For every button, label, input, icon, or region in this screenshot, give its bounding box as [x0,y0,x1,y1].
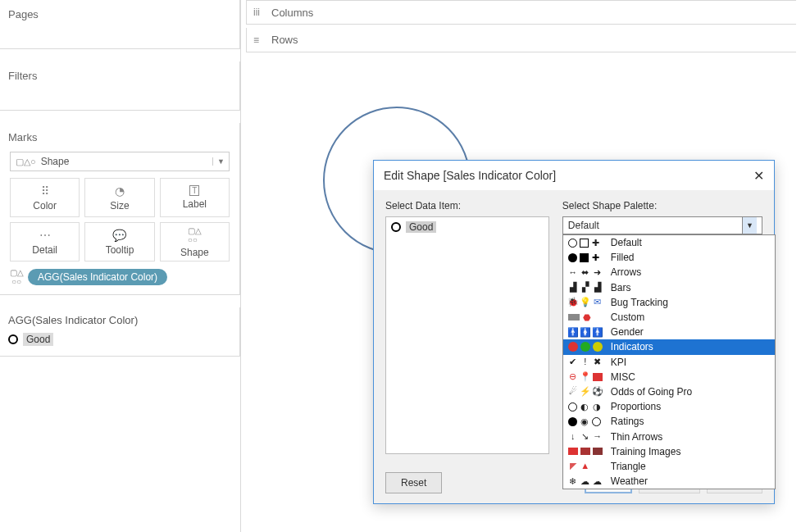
shape-label: Shape [180,247,209,258]
chevron-down-icon[interactable]: ▼ [742,217,757,234]
dialog-titlebar: Edit Shape [Sales Indicator Color] ✕ [374,161,774,190]
reset-button[interactable]: Reset [385,472,442,493]
palette-option[interactable]: ↔⬌➜Arrows [563,265,775,280]
palette-icon-preview [568,253,604,262]
palette-icon-preview: 🚹🚺🚹 [568,327,604,337]
tooltip-icon: 💬 [112,229,126,242]
palette-option[interactable]: ❄☁☁Weather [563,474,775,489]
chevron-down-icon[interactable]: ▼ [212,157,229,166]
rows-icon: ≡ [253,34,265,46]
palette-option[interactable]: ⊖📍MISC [563,370,775,384]
palette-option-label: Weather [611,475,648,487]
rows-shelf[interactable]: ≡ Rows [246,28,796,52]
select-data-item-label: Select Data Item: [385,200,549,211]
palette-icon-preview: ◐◑ [568,402,604,412]
palette-icon-preview: ◉ [568,416,604,426]
palette-option[interactable]: Filled [563,250,775,265]
legend-item-label: Good [23,333,53,346]
palette-icon-preview: 🐞💡✉ [568,298,604,307]
label-button[interactable]: T Label [160,178,230,217]
palette-icon-preview: ⊖📍 [568,372,604,382]
palette-option-label: KPI [611,357,626,368]
mark-type-value: Shape [41,156,70,167]
palette-option[interactable]: ◤▲Triangle [563,459,775,474]
shape-button-icon: ▢△○○ [188,226,202,244]
close-icon[interactable]: ✕ [753,168,764,184]
columns-shelf[interactable]: iii Columns [246,0,796,25]
filters-card: Filters [0,61,240,111]
shape-shelf-pill[interactable]: AGG(Sales Indicator Color) [28,269,167,285]
palette-option-label: Proportions [611,401,661,412]
palette-option-label: Bug Tracking [611,297,668,308]
label-label: Label [183,198,207,210]
palette-option[interactable]: ◉Ratings [563,414,775,429]
palette-option[interactable]: ↓↘→Thin Arrows [563,429,775,443]
tooltip-button[interactable]: 💬 Tooltip [84,222,154,261]
detail-label: Detail [32,244,57,256]
palette-option-label: Thin Arrows [611,431,662,443]
palette-option-label: Odds of Going Pro [611,386,692,398]
detail-button[interactable]: ⋯ Detail [10,222,80,261]
filters-title: Filters [8,66,231,85]
circle-icon [8,334,18,344]
data-item-row[interactable]: Good [389,221,545,234]
palette-icon-preview: ↓↘→ [568,432,604,442]
palette-value: Default [568,220,599,231]
color-icon: ⠿ [41,184,49,198]
palette-option-label: Ratings [611,416,644,427]
shape-icon: ▢△○ [16,157,36,167]
columns-label: Columns [271,7,313,19]
palette-option[interactable]: ▟▞▟Bars [563,280,775,295]
legend-title: AGG(Sales Indicator Color) [8,314,231,326]
shape-button[interactable]: ▢△○○ Shape [160,222,230,261]
palette-icon-preview: ⬣ [568,312,604,322]
palette-icon-preview [568,238,604,248]
palette-option-label: Custom [611,311,644,323]
palette-icon-preview [568,342,604,352]
size-label: Size [110,200,129,211]
dialog-title: Edit Shape [Sales Indicator Color] [384,169,556,182]
palette-option-label: Default [611,237,642,248]
palette-icon-preview: ✔!✖ [568,357,604,367]
palette-option[interactable]: Training Images [563,444,775,459]
palette-option[interactable]: ☄⚡⚽Odds of Going Pro [563,384,775,399]
select-shape-palette-label: Select Shape Palette: [562,200,762,211]
palette-option-label: Triangle [611,461,646,472]
size-button[interactable]: ◔ Size [84,178,154,217]
palette-icon-preview: ▟▞▟ [568,283,604,293]
columns-icon: iii [253,7,265,18]
pages-card: Pages [0,0,240,49]
palette-option[interactable]: ✔!✖KPI [563,355,775,370]
palette-option[interactable]: Default [563,235,775,250]
mark-type-select[interactable]: ▢△○ Shape ▼ [10,152,230,171]
palette-option-label: Training Images [611,446,681,457]
shape-legend-card: AGG(Sales Indicator Color) Good [0,307,240,357]
data-item-list[interactable]: Good [385,216,549,454]
tooltip-label: Tooltip [106,244,134,256]
palette-icon-preview: ↔⬌➜ [568,267,604,277]
palette-option[interactable]: 🚹🚺🚹Gender [563,325,775,339]
palette-icon-preview: ❄☁☁ [568,476,604,486]
marks-card: Marks ▢△○ Shape ▼ ⠿ Color ◔ Size T Label… [0,123,240,295]
label-icon: T [189,185,199,196]
palette-option-label: Filled [611,252,635,263]
color-label: Color [33,200,57,211]
palette-option[interactable]: Indicators [563,339,775,354]
legend-item[interactable]: Good [8,333,231,346]
palette-dropdown[interactable]: DefaultFilled↔⬌➜Arrows▟▞▟Bars🐞💡✉Bug Trac… [562,234,776,489]
palette-option-label: MISC [611,371,635,383]
palette-option[interactable]: 🐞💡✉Bug Tracking [563,295,775,310]
palette-icon-preview: ☄⚡⚽ [568,387,604,397]
marks-title: Marks [8,128,231,147]
data-item-label: Good [406,221,436,233]
palette-select[interactable]: Default ▼ [562,216,762,234]
palette-option-label: Indicators [611,341,653,352]
palette-option-label: Gender [611,326,644,338]
rows-label: Rows [271,34,298,46]
palette-option[interactable]: ⬣Custom [563,310,775,325]
edit-shape-dialog: Edit Shape [Sales Indicator Color] ✕ Sel… [373,160,775,504]
shape-shelf-icon: ▢△○○ [10,268,23,286]
color-button[interactable]: ⠿ Color [10,178,80,217]
size-icon: ◔ [115,184,125,198]
palette-option[interactable]: ◐◑Proportions [563,399,775,414]
